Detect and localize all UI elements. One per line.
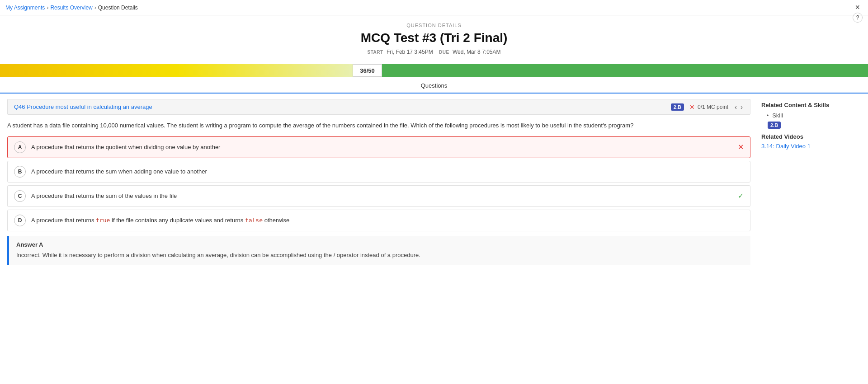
option-d-letter: D (14, 215, 26, 226)
option-b[interactable]: B A procedure that returns the sum when … (7, 161, 750, 183)
breadcrumb-results-overview[interactable]: Results Overview (50, 5, 92, 11)
option-a-incorrect-icon: ✕ (738, 143, 744, 151)
related-videos-title: Related Videos (761, 133, 861, 140)
prev-question-button[interactable]: ‹ (734, 103, 738, 111)
progress-bar-section: 36/50 (0, 64, 868, 77)
main-content: Q46 Procedure most useful in calculating… (0, 94, 868, 270)
help-button[interactable]: ? (853, 13, 863, 23)
option-d-text: A procedure that returns true if the fil… (31, 217, 744, 224)
question-title[interactable]: Q46 Procedure most useful in calculating… (14, 103, 152, 110)
option-a-text: A procedure that returns the quotient wh… (31, 144, 744, 150)
questions-tab-row: Questions (0, 80, 868, 94)
skill-block: 2.B (767, 122, 861, 129)
sidebar-skill-badge: 2.B (768, 122, 781, 129)
top-bar: My Assignments › Results Overview › Ques… (0, 0, 868, 15)
score-info: ✕ 0/1 MC point (689, 103, 728, 111)
progress-bar-left (0, 64, 353, 77)
explanation-box: Answer A Incorrect. While it is necessar… (7, 236, 750, 265)
question-header-box: Q46 Procedure most useful in calculating… (7, 99, 750, 115)
incorrect-icon: ✕ (689, 103, 695, 111)
progress-bar-right (382, 64, 868, 77)
due-date: Wed, Mar 8 7:05AM (453, 49, 501, 55)
skill-badge-header: 2.B (671, 103, 684, 111)
breadcrumb-sep-1: › (47, 5, 48, 11)
progress-score: 36/50 (353, 64, 382, 77)
question-header-right: 2.B ✕ 0/1 MC point ‹ › (671, 103, 744, 111)
sidebar-panel: Related Content & Skills • Skill 2.B Rel… (761, 99, 861, 265)
option-c-correct-icon: ✓ (738, 192, 744, 200)
question-text: A student has a data file containing 10,… (7, 121, 750, 130)
close-button[interactable]: × (852, 2, 863, 13)
option-b-text: A procedure that returns the sum when ad… (31, 168, 744, 175)
option-a-letter: A (14, 141, 26, 153)
question-panel: Q46 Procedure most useful in calculating… (7, 99, 750, 265)
option-c-letter: C (14, 190, 26, 202)
breadcrumb-my-assignments[interactable]: My Assignments (5, 5, 45, 11)
option-d-text-after: otherwise (263, 217, 289, 224)
explanation-text: Incorrect. While it is necessary to perf… (16, 251, 743, 260)
related-content-title: Related Content & Skills (761, 102, 861, 108)
sidebar-skill-label: Skill (772, 112, 783, 119)
option-d-code1: true (96, 217, 110, 224)
sidebar-skill-item: • Skill (767, 112, 861, 119)
breadcrumb-sep-2: › (94, 5, 96, 11)
section-label: QUESTION DETAILS (0, 23, 868, 28)
option-d-text-middle: if the file contains any duplicate value… (110, 217, 245, 224)
option-c-text: A procedure that returns the sum of the … (31, 192, 744, 199)
breadcrumb: My Assignments › Results Overview › Ques… (5, 5, 138, 11)
explanation-title: Answer A (16, 241, 743, 248)
start-date: Fri, Feb 17 3:45PM (387, 49, 433, 55)
start-label: START (368, 50, 383, 55)
score-text: 0/1 MC point (698, 104, 728, 110)
skill-bullet: • (767, 112, 769, 119)
header-section: QUESTION DETAILS MCQ Test #3 (Tri 2 Fina… (0, 15, 868, 59)
test-title: MCQ Test #3 (Tri 2 Final) (0, 31, 868, 45)
nav-arrows: ‹ › (734, 103, 744, 111)
due-label: DUE (439, 50, 449, 55)
next-question-button[interactable]: › (740, 103, 744, 111)
questions-tab[interactable]: Questions (415, 80, 453, 91)
option-d-code2: false (245, 217, 263, 224)
option-a[interactable]: A A procedure that returns the quotient … (7, 136, 750, 158)
option-c[interactable]: C A procedure that returns the sum of th… (7, 185, 750, 207)
option-b-letter: B (14, 166, 26, 178)
breadcrumb-question-details: Question Details (98, 5, 138, 11)
video-link[interactable]: 3.14: Daily Video 1 (761, 143, 811, 150)
option-d[interactable]: D A procedure that returns true if the f… (7, 210, 750, 231)
date-row: START Fri, Feb 17 3:45PM DUE Wed, Mar 8 … (0, 49, 868, 55)
option-d-text-before: A procedure that returns (31, 217, 96, 224)
